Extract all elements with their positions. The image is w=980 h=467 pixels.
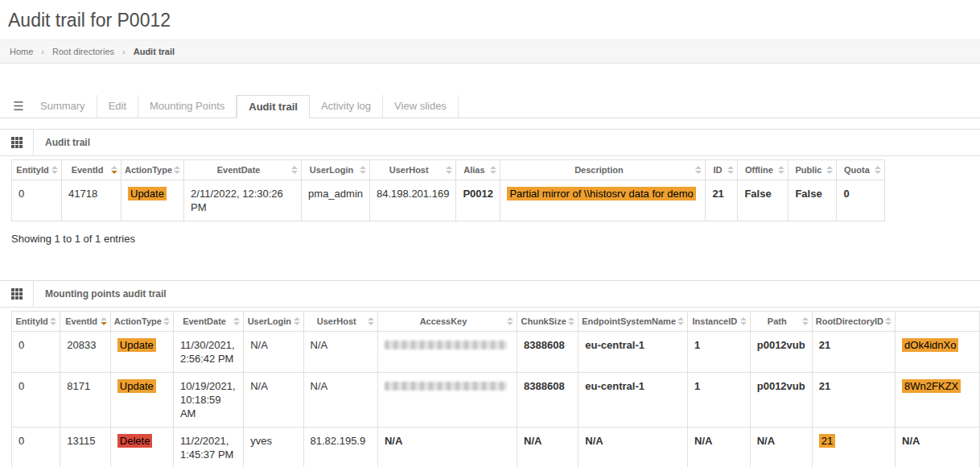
highlighted-value: 8Wn2FKZX [902, 379, 961, 393]
column-header[interactable]: EventId [62, 160, 121, 180]
column-header[interactable]: Public [789, 160, 837, 180]
table-cell: p0012vub [750, 373, 812, 428]
column-header[interactable]: Path [750, 312, 812, 332]
column-header[interactable]: UserLogin [244, 312, 303, 332]
grid-icon[interactable] [0, 130, 34, 156]
table-cell: 0 [12, 332, 60, 373]
sort-icon[interactable] [294, 317, 300, 325]
tab-audit-trail[interactable]: Audit trail [237, 95, 310, 118]
tab-mounting-points[interactable]: Mounting Points [138, 95, 237, 118]
column-header-label: Alias [463, 165, 484, 175]
table-cell: 1 [688, 332, 751, 373]
table-cell: False [789, 180, 837, 221]
highlighted-value: Update [117, 379, 156, 393]
sort-icon[interactable] [740, 317, 747, 325]
sort-icon[interactable] [826, 166, 833, 174]
table-cell: 8388608 [517, 332, 579, 373]
sort-icon[interactable] [802, 317, 809, 325]
sort-icon[interactable] [111, 166, 117, 174]
sort-icon[interactable] [507, 317, 513, 325]
sort-icon[interactable] [233, 317, 240, 325]
sort-icon[interactable] [368, 317, 374, 325]
column-header-label: UserLogin [310, 165, 353, 175]
sort-icon[interactable] [51, 166, 58, 174]
table-cell: 21 [812, 428, 895, 467]
column-header-label: Description [574, 165, 624, 175]
column-header-label: UserHost [389, 165, 429, 175]
column-header-label: ChunkSize [521, 316, 566, 326]
column-header[interactable]: UserHost [303, 312, 377, 332]
table-cell: eu-central-1 [579, 332, 688, 373]
highlighted-value: Partial mirror of \\histosrv data for de… [507, 187, 695, 200]
sort-icon[interactable] [490, 166, 496, 174]
highlighted-value: Update [128, 187, 167, 200]
sort-icon[interactable] [174, 166, 180, 174]
sort-icon[interactable] [50, 317, 56, 325]
table-cell: N/A [688, 428, 751, 467]
table-cell: 21 [706, 180, 738, 221]
mounting-points-table-container: EntityIdEventIdActionTypeEventDateUserLo… [0, 311, 980, 467]
column-header[interactable]: ActionType [110, 312, 173, 332]
panel-title: Mounting points audit trail [34, 288, 167, 300]
tab-activity-log[interactable]: Activity log [310, 95, 383, 118]
column-header[interactable]: Description [500, 160, 706, 180]
table-cell: 11/2/2021, 1:45:37 PM [173, 428, 243, 467]
breadcrumb-item[interactable]: Root directories [52, 47, 114, 56]
tab-view-slides[interactable]: View slides [383, 95, 459, 118]
panel-title: Audit trail [34, 137, 90, 148]
sort-icon[interactable] [885, 317, 891, 325]
column-header[interactable]: RootDirectoryID [812, 312, 895, 332]
column-header [896, 312, 980, 332]
column-header[interactable]: EndpointSystemName [579, 312, 688, 332]
sort-icon[interactable] [360, 166, 366, 174]
sort-icon[interactable] [446, 166, 452, 174]
tab-edit[interactable]: Edit [97, 95, 138, 118]
table-cell: 0 [12, 428, 60, 467]
sort-icon[interactable] [778, 166, 784, 174]
grid-icon[interactable] [0, 281, 34, 308]
column-header[interactable]: EntityId [12, 160, 62, 180]
column-header[interactable]: ID [706, 160, 738, 180]
sort-icon[interactable] [568, 317, 574, 325]
sort-icon[interactable] [163, 317, 170, 325]
tab-strip: ☰ SummaryEditMounting PointsAudit trailA… [0, 94, 980, 118]
menu-icon[interactable]: ☰ [8, 95, 29, 118]
sort-icon[interactable] [677, 317, 684, 325]
column-header[interactable]: AccessKey [377, 312, 517, 332]
column-header[interactable]: EventId [60, 312, 111, 332]
redacted-access-key [385, 382, 507, 391]
sort-icon[interactable] [101, 317, 107, 325]
column-header[interactable]: UserHost [370, 160, 456, 180]
table-cell: False [738, 180, 789, 221]
column-header[interactable]: EventDate [184, 160, 302, 180]
tab-summary[interactable]: Summary [29, 95, 97, 118]
column-header[interactable]: Offline [738, 160, 789, 180]
sort-icon[interactable] [875, 166, 881, 174]
table-row: 08171Update10/19/2021, 10:18:59 AMN/AN/A… [12, 373, 980, 428]
column-header-label: Offline [745, 165, 773, 175]
column-header[interactable]: UserLogin [302, 160, 370, 180]
breadcrumb-item[interactable]: Home [10, 47, 33, 56]
audit-trail-table: EntityIdEventIdActionTypeEventDateUserLo… [11, 159, 885, 221]
table-cell: Partial mirror of \\histosrv data for de… [500, 180, 706, 221]
table-entries-summary: Showing 1 to 1 of 1 entries [11, 233, 980, 245]
column-header[interactable]: Quota [837, 160, 885, 180]
column-header[interactable]: InstanceID [688, 312, 751, 332]
table-cell: Delete [110, 428, 173, 467]
column-header[interactable]: ChunkSize [517, 312, 579, 332]
column-header[interactable]: ActionType [121, 160, 184, 180]
column-header[interactable]: Alias [456, 160, 500, 180]
page-title: Audit trail for P0012 [0, 0, 980, 39]
redacted-access-key [385, 341, 507, 349]
table-cell: 81.82.195.9 [303, 428, 377, 467]
highlighted-value: 21 [819, 434, 835, 448]
column-header[interactable]: EntityId [12, 312, 60, 332]
column-header[interactable]: EventDate [173, 312, 243, 332]
table-cell: N/A [750, 428, 812, 467]
table-cell: 0 [12, 373, 60, 428]
sort-icon[interactable] [291, 166, 298, 174]
sort-icon[interactable] [727, 166, 734, 174]
sort-icon[interactable] [695, 166, 702, 174]
column-header-label: EventId [72, 165, 104, 175]
column-header-label: Public [795, 165, 821, 175]
